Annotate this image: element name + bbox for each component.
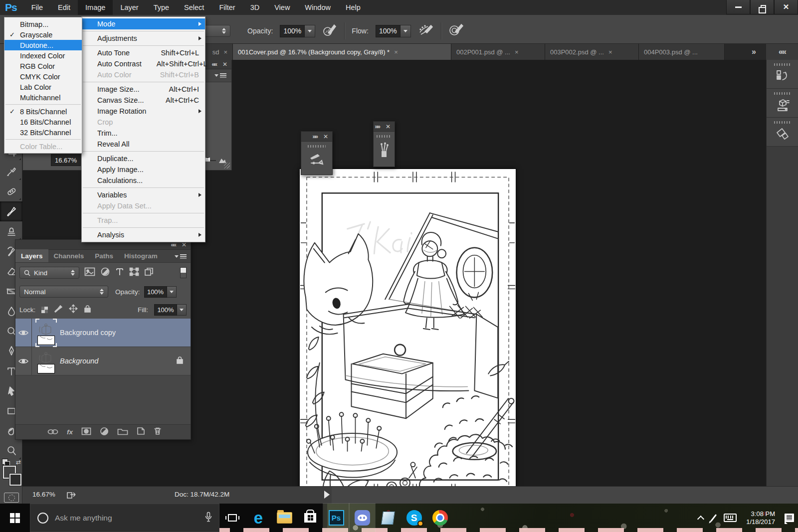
close-tab-icon[interactable]: × xyxy=(223,48,227,56)
close-icon[interactable]: ✕ xyxy=(323,133,328,140)
document-tab[interactable]: 002P001.psd @ ...× xyxy=(451,44,545,60)
menu-item-canvas-size[interactable]: Canvas Size...Alt+Ctrl+C xyxy=(82,95,205,106)
color-swatches[interactable]: ⇄ xyxy=(2,459,22,489)
menu-item-duplicate[interactable]: Duplicate... xyxy=(82,153,205,164)
expand-panel-icon[interactable]: »» xyxy=(313,133,317,140)
close-icon[interactable]: ✕ xyxy=(222,61,227,68)
expand-panel-icon[interactable]: »» xyxy=(375,123,380,130)
add-mask-icon[interactable] xyxy=(81,427,91,437)
close-tab-icon[interactable]: × xyxy=(515,48,519,56)
menu-item-adjustments[interactable]: Adjustments xyxy=(82,33,205,44)
cortana-search-box[interactable]: Ask me anything xyxy=(30,504,219,532)
navigator-zoom-value[interactable]: 16.67% xyxy=(51,154,81,166)
menu-item-auto-tone[interactable]: Auto ToneShift+Ctrl+L xyxy=(82,47,205,58)
menu-item-lab-color[interactable]: Lab Color xyxy=(4,82,82,92)
filter-pixel-layers-icon[interactable] xyxy=(84,267,95,278)
doc-size-label[interactable]: Doc: 18.7M/42.2M xyxy=(175,491,229,498)
layer-name[interactable]: Background copy xyxy=(60,329,116,337)
menu-type[interactable]: Type xyxy=(146,0,177,15)
arrange-panel-button[interactable] xyxy=(767,118,798,147)
brush-settings-icon[interactable] xyxy=(308,152,325,169)
tool-zoom[interactable] xyxy=(0,441,22,461)
collapse-dock-icon[interactable]: «« xyxy=(766,44,798,60)
layer-thumbnail[interactable] xyxy=(37,364,55,373)
skype-button[interactable]: S xyxy=(401,504,427,532)
tool-brush[interactable] xyxy=(0,201,22,221)
store-button[interactable] xyxy=(297,504,323,532)
filter-kind-dropdown[interactable]: Kind xyxy=(19,267,79,279)
lock-paint-icon[interactable] xyxy=(54,305,63,315)
brushes-collapsed-panel[interactable]: »»✕ xyxy=(373,121,395,167)
layer-row-background-copy[interactable]: Background copy xyxy=(15,319,191,347)
panel-grip[interactable] xyxy=(308,145,326,148)
restore-button[interactable] xyxy=(750,0,774,14)
pen-settings-icon[interactable] xyxy=(710,514,717,522)
menu-item-image-rotation[interactable]: Image Rotation xyxy=(82,106,205,117)
pressure-opacity-icon[interactable] xyxy=(322,22,337,39)
menu-help[interactable]: Help xyxy=(338,0,368,15)
lock-all-icon[interactable] xyxy=(84,305,91,315)
filter-smart-objects-icon[interactable] xyxy=(144,267,154,278)
panel-menu-icon[interactable] xyxy=(175,254,187,259)
microphone-icon[interactable] xyxy=(205,512,212,525)
file-explorer-button[interactable] xyxy=(271,504,297,532)
layers-opacity-dropdown[interactable] xyxy=(167,286,177,298)
history-panel-button[interactable] xyxy=(767,60,798,89)
background-color[interactable] xyxy=(9,474,21,486)
menu-item-trim[interactable]: Trim... xyxy=(82,128,205,139)
new-group-icon[interactable] xyxy=(117,427,128,437)
swap-colors-icon[interactable]: ⇄ xyxy=(16,459,21,466)
minimize-button[interactable] xyxy=(726,0,750,14)
menu-item-analysis[interactable]: Analysis xyxy=(82,229,205,240)
opacity-value[interactable]: 100% xyxy=(280,25,305,37)
tab-paths[interactable]: Paths xyxy=(89,249,119,262)
close-button[interactable]: ✕ xyxy=(774,0,798,14)
airbrush-icon[interactable] xyxy=(418,22,434,39)
filter-toggle[interactable] xyxy=(180,267,187,278)
tab-channels[interactable]: Channels xyxy=(48,249,90,262)
resize-grip[interactable] xyxy=(224,163,230,169)
menu-item-multichannel[interactable]: Multichannel xyxy=(4,92,82,103)
discord-button[interactable] xyxy=(349,504,375,532)
notepad-button[interactable] xyxy=(375,504,401,532)
close-tab-icon[interactable]: × xyxy=(608,48,612,56)
menu-item-image-size[interactable]: Image Size...Alt+Ctrl+I xyxy=(82,84,205,95)
start-button[interactable] xyxy=(0,504,30,532)
panel-menu-icon[interactable] xyxy=(214,73,226,78)
pressure-size-icon[interactable] xyxy=(448,22,463,39)
layers-opacity-value[interactable]: 100% xyxy=(144,286,167,298)
menu-item-rgb-color[interactable]: RGB Color xyxy=(4,61,82,71)
lock-transparency-icon[interactable] xyxy=(41,307,48,313)
photoshop-taskbar-button[interactable]: Ps xyxy=(323,504,349,532)
delete-layer-icon[interactable] xyxy=(154,427,162,437)
menu-image[interactable]: Image xyxy=(78,0,113,15)
layer-name[interactable]: Background xyxy=(60,357,98,365)
touch-keyboard-icon[interactable] xyxy=(724,514,737,522)
menu-item-8bits[interactable]: ✓8 Bits/Channel xyxy=(4,106,82,117)
filter-shape-layers-icon[interactable] xyxy=(129,267,139,278)
menu-item-apply-image[interactable]: Apply Image... xyxy=(82,164,205,175)
status-popup-arrow[interactable] xyxy=(324,491,330,499)
tab-histogram[interactable]: Histogram xyxy=(119,249,163,262)
layer-row-background[interactable]: Background xyxy=(15,347,191,375)
tool-eyedropper[interactable] xyxy=(0,162,22,181)
menu-filter[interactable]: Filter xyxy=(211,0,242,15)
document-tab[interactable]: 004P003.psd @ ... xyxy=(639,44,725,60)
brushes-icon[interactable] xyxy=(378,142,391,160)
link-layers-icon[interactable] xyxy=(47,428,58,437)
document-tab-active[interactable]: 001Cover.psd @ 16.7% (Background copy, G… xyxy=(233,44,451,60)
show-hidden-icons-chevron[interactable] xyxy=(697,515,704,522)
close-icon[interactable]: ✕ xyxy=(386,123,391,130)
menu-item-grayscale[interactable]: ✓Grayscale xyxy=(4,29,82,40)
new-layer-icon[interactable] xyxy=(137,427,145,437)
task-view-button[interactable] xyxy=(219,504,245,532)
layer-style-icon[interactable]: fx xyxy=(67,428,73,436)
menu-item-auto-contrast[interactable]: Auto ContrastAlt+Shift+Ctrl+L xyxy=(82,58,205,69)
menu-3d[interactable]: 3D xyxy=(243,0,267,15)
opacity-dropdown[interactable] xyxy=(305,25,315,37)
menu-file[interactable]: File xyxy=(24,0,50,15)
3d-panel-button[interactable] xyxy=(767,89,798,118)
flow-value[interactable]: 100% xyxy=(376,25,400,37)
fill-dropdown[interactable] xyxy=(177,304,187,316)
menu-item-16bits[interactable]: 16 Bits/Channel xyxy=(4,117,82,127)
